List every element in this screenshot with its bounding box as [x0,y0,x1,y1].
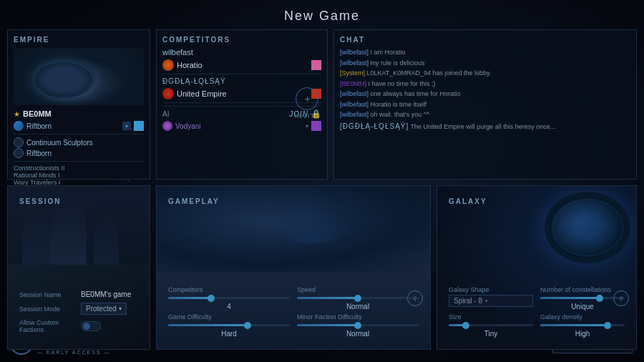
invite-circle-icon: + [296,87,318,110]
slider-minor-faction-difficulty: Minor Faction Difficulty Normal [297,313,419,338]
faction-dropdown-1[interactable]: ▾ [122,122,131,130]
slider-minor-thumb[interactable] [354,322,361,329]
chat-msg-4: [BE0MM] I have no time for this ;) [340,79,630,89]
slider-competitors-thumb[interactable] [208,295,215,302]
slider-speed-thumb[interactable] [354,295,361,302]
divider-1 [14,134,144,134]
empire-panel: EMPIRE ★ BE0MM Riftborn ▾ Continuum Scul… [7,29,150,180]
slider-density-value: High [540,330,625,338]
galaxy-panel: GALAXY Galaxy Shape Spiral - 8 ▾ Number … [436,185,637,350]
slider-difficulty-value: Hard [168,330,290,338]
slider-difficulty-thumb[interactable] [244,322,251,329]
session-mode-field: Session Mode Protected ▾ [19,303,138,315]
slider-minor-label: Minor Faction Difficulty [297,313,419,321]
slider-size-value: Tiny [449,330,533,338]
chat-panel: CHAT [wilbefast] I am Horatio [wilbefast… [333,29,637,180]
empire-section-title: EMPIRE [14,36,144,44]
empire-image [14,48,144,105]
competitor-1-name: wilbefast [162,48,321,57]
faction-name-1: Riftborn [26,122,52,130]
faction-row-2: Continuum Sculptors [14,137,144,147]
ai-faction-color [311,121,321,131]
slider-minor-track[interactable] [297,324,419,326]
competitor-1-icon [162,59,174,71]
slider-competitors: Competitors 4 [168,286,290,310]
session-panel: SESSION Session Name BE0MM's game Sessio… [7,185,150,350]
slider-difficulty-label: Game Difficulty [168,313,290,321]
competitor-1-row: Horatio [162,59,321,71]
slider-constellations-value: Unique [540,303,625,310]
page-title: New Game [7,6,637,24]
gameplay-panel: GAMEPLAY Competitors 4 Speed [156,185,431,350]
ai-label: AI [162,110,286,118]
session-content: SESSION Session Name BE0MM's game Sessio… [14,192,144,343]
faction-sub-name: Riftborn [26,150,52,157]
slider-density-track[interactable] [540,324,625,326]
ai-faction-row: Vodyani ▾ [162,121,321,131]
chat-msg-8: [ÐGÐŁĄ-ŁQŁSĄÝ] The United Empire will pu… [340,121,630,132]
competitor-2-name: ÐGÐŁĄ-ŁQŁSĄÝ [162,77,321,85]
competitor-2-faction: United Empire [177,89,308,98]
slider-density-fill [540,324,608,326]
ai-faction-icon [162,121,172,131]
ai-faction-dropdown[interactable]: ▾ [306,123,308,129]
slider-competitors-track[interactable] [168,297,290,299]
session-mode-value: Protected [86,305,117,313]
session-name-value: BE0MM's game [81,290,131,298]
session-factions-field: Allow Custom Factions [19,319,138,333]
chat-msg-3: [System] L0LKAT_K0MRAD_94 has joined the… [340,69,630,79]
allow-factions-toggle[interactable] [81,321,101,331]
session-mode-caret: ▾ [119,305,122,312]
slider-speed: Speed Normal [297,286,419,310]
slider-speed-label: Speed [297,286,419,293]
slider-speed-value: Normal [297,303,419,310]
gameplay-sliders: Competitors 4 Speed [168,286,419,338]
slider-density-thumb[interactable] [604,322,611,329]
slider-difficulty-track[interactable] [168,324,290,326]
slider-minor-value: Normal [297,330,419,338]
competitor-2-icon [162,88,174,99]
competitor-1-color [311,60,321,70]
toggle-thumb [83,323,90,330]
gameplay-content: GAMEPLAY Competitors 4 Speed [162,192,424,343]
empire-label4: Rational Minds I [14,172,144,179]
ai-faction-name: Vodyani [175,122,303,130]
chat-msg-1: [wilbefast] I am Horatio [340,48,630,58]
galaxy-sliders: Galaxy Shape Spiral - 8 ▾ Number of cons… [449,286,625,338]
galaxy-shape-caret: ▾ [485,298,488,304]
chat-section-title: CHAT [340,36,630,44]
slider-galaxy-size: Size Tiny [449,313,533,338]
invite-button[interactable]: + INVITE [295,87,320,119]
slider-speed-fill [297,297,358,299]
gameplay-section-title: GAMEPLAY [168,197,419,205]
faction-name-2: Continuum Sculptors [26,139,93,147]
slider-speed-track[interactable] [297,297,419,299]
slider-constellations-track[interactable] [540,297,625,299]
slider-minor-fill [297,324,358,326]
slider-constellations-thumb[interactable] [596,295,603,302]
faction-icon-2 [14,137,24,147]
competitors-section-title: COMPETITORS [162,36,321,44]
galaxy-section-title: GALAXY [449,197,625,205]
slider-galaxy-shape-label: Galaxy Shape [449,286,533,293]
session-mode-dropdown[interactable]: Protected ▾ [81,303,127,315]
faction-row-1: Riftborn ▾ [14,121,144,131]
divider-2 [14,161,144,162]
slider-constellations-fill [540,297,600,299]
slider-constellations: Number of constellations Unique [540,286,625,310]
slider-size-track[interactable] [449,324,533,326]
session-factions-label: Allow Custom Factions [19,319,77,333]
faction-row-3: Riftborn [14,148,144,158]
slider-constellations-label: Number of constellations [540,286,625,293]
galaxy-shape-dropdown[interactable]: Spiral - 8 ▾ [449,295,533,307]
session-section-title: SESSION [19,197,138,205]
session-mode-label: Session Mode [19,305,77,313]
slider-competitors-value: 4 [168,303,290,310]
slider-game-difficulty: Game Difficulty Hard [168,313,290,338]
slider-size-thumb[interactable] [462,322,469,329]
slider-density-label: Galaxy density [540,313,625,321]
session-name-field: Session Name BE0MM's game [19,290,138,298]
chat-msg-2: [wilbefast] my rule is delicious [340,59,630,69]
slider-difficulty-fill [168,324,248,326]
competitors-panel: COMPETITORS wilbefast Horatio ÐGÐŁĄ-ŁQŁS… [156,29,328,180]
